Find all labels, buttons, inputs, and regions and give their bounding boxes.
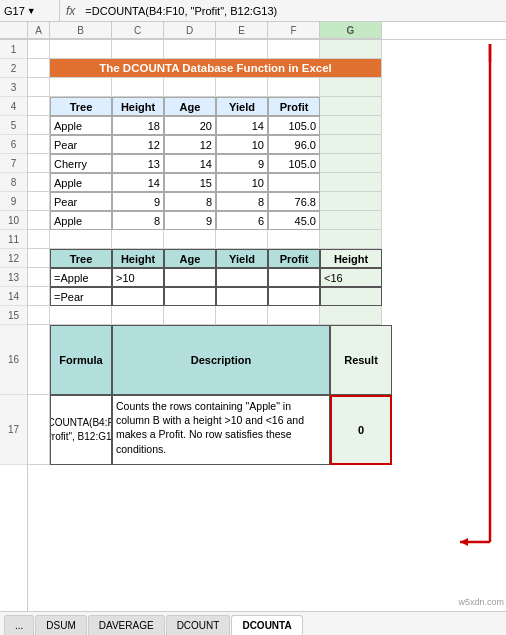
cell-e11[interactable] xyxy=(216,230,268,249)
cell-g17-result[interactable]: 0 xyxy=(330,395,392,465)
cell-cf16-desc-hdr[interactable]: Description xyxy=(112,325,330,395)
cell-a2[interactable] xyxy=(28,59,50,78)
col-header-b[interactable]: B xyxy=(50,22,112,39)
cell-f8[interactable] xyxy=(268,173,320,192)
cell-f10[interactable]: 45.0 xyxy=(268,211,320,230)
cell-a16[interactable] xyxy=(28,325,50,395)
cell-e3[interactable] xyxy=(216,78,268,97)
cell-f11[interactable] xyxy=(268,230,320,249)
cell-d8[interactable]: 15 xyxy=(164,173,216,192)
cell-b10[interactable]: Apple xyxy=(50,211,112,230)
cell-d7[interactable]: 14 xyxy=(164,154,216,173)
col-header-c[interactable]: C xyxy=(112,22,164,39)
formula-input[interactable]: =DCOUNTA(B4:F10, "Profit", B12:G13) xyxy=(81,3,506,19)
cell-reference-box[interactable]: G17 ▼ xyxy=(0,0,60,21)
cell-d12-hdr[interactable]: Age xyxy=(164,249,216,268)
cell-d10[interactable]: 9 xyxy=(164,211,216,230)
cell-d5[interactable]: 20 xyxy=(164,116,216,135)
cell-f4-hdr[interactable]: Profit xyxy=(268,97,320,116)
cell-d13[interactable] xyxy=(164,268,216,287)
cell-b3[interactable] xyxy=(50,78,112,97)
cell-f6[interactable]: 96.0 xyxy=(268,135,320,154)
col-header-e[interactable]: E xyxy=(216,22,268,39)
cell-c15[interactable] xyxy=(112,306,164,325)
tab-dcounta[interactable]: DCOUNTA xyxy=(231,615,302,635)
cell-e12-hdr[interactable]: Yield xyxy=(216,249,268,268)
cell-g16-result-hdr[interactable]: Result xyxy=(330,325,392,395)
cell-c7[interactable]: 13 xyxy=(112,154,164,173)
cell-d3[interactable] xyxy=(164,78,216,97)
cell-c6[interactable]: 12 xyxy=(112,135,164,154)
tab-dcount[interactable]: DCOUNT xyxy=(166,615,231,635)
cell-e10[interactable]: 6 xyxy=(216,211,268,230)
cell-d14[interactable] xyxy=(164,287,216,306)
cell-e9[interactable]: 8 xyxy=(216,192,268,211)
cell-g5[interactable] xyxy=(320,116,382,135)
cell-f5[interactable]: 105.0 xyxy=(268,116,320,135)
cell-a7[interactable] xyxy=(28,154,50,173)
cell-b5[interactable]: Apple xyxy=(50,116,112,135)
cell-g6[interactable] xyxy=(320,135,382,154)
cell-c3[interactable] xyxy=(112,78,164,97)
cell-f12-hdr[interactable]: Profit xyxy=(268,249,320,268)
cell-c5[interactable]: 18 xyxy=(112,116,164,135)
cell-e1[interactable] xyxy=(216,40,268,59)
cell-d11[interactable] xyxy=(164,230,216,249)
cell-g4[interactable] xyxy=(320,97,382,116)
cell-d1[interactable] xyxy=(164,40,216,59)
col-header-d[interactable]: D xyxy=(164,22,216,39)
tab-daverage[interactable]: DAVERAGE xyxy=(88,615,165,635)
cell-g14[interactable] xyxy=(320,287,382,306)
cell-b13[interactable]: =Apple xyxy=(50,268,112,287)
cell-c10[interactable]: 8 xyxy=(112,211,164,230)
col-header-f[interactable]: F xyxy=(268,22,320,39)
cell-a9[interactable] xyxy=(28,192,50,211)
cell-c12-hdr[interactable]: Height xyxy=(112,249,164,268)
cell-a5[interactable] xyxy=(28,116,50,135)
cell-b14[interactable]: =Pear xyxy=(50,287,112,306)
cell-a1[interactable] xyxy=(28,40,50,59)
cell-g3[interactable] xyxy=(320,78,382,97)
cell-e7[interactable]: 9 xyxy=(216,154,268,173)
cell-g13[interactable]: <16 xyxy=(320,268,382,287)
cell-g15[interactable] xyxy=(320,306,382,325)
cell-c8[interactable]: 14 xyxy=(112,173,164,192)
cell-e15[interactable] xyxy=(216,306,268,325)
cell-g12-hdr[interactable]: Height xyxy=(320,249,382,268)
cell-g10[interactable] xyxy=(320,211,382,230)
cell-b9[interactable]: Pear xyxy=(50,192,112,211)
cell-f1[interactable] xyxy=(268,40,320,59)
cell-f14[interactable] xyxy=(268,287,320,306)
cell-a13[interactable] xyxy=(28,268,50,287)
cell-d9[interactable]: 8 xyxy=(164,192,216,211)
cell-g9[interactable] xyxy=(320,192,382,211)
tab-dsum[interactable]: DSUM xyxy=(35,615,86,635)
cell-c11[interactable] xyxy=(112,230,164,249)
cell-a11[interactable] xyxy=(28,230,50,249)
cell-b6[interactable]: Pear xyxy=(50,135,112,154)
cell-d4-hdr[interactable]: Age xyxy=(164,97,216,116)
cell-b17-formula[interactable]: =DCOUNTA(B4:F10, "Profit", B12:G13) xyxy=(50,395,112,465)
cell-b1[interactable] xyxy=(50,40,112,59)
cell-b8[interactable]: Apple xyxy=(50,173,112,192)
cell-f9[interactable]: 76.8 xyxy=(268,192,320,211)
cell-g8[interactable] xyxy=(320,173,382,192)
cell-f13[interactable] xyxy=(268,268,320,287)
cell-a12[interactable] xyxy=(28,249,50,268)
cell-f3[interactable] xyxy=(268,78,320,97)
cell-c14[interactable] xyxy=(112,287,164,306)
cell-c13[interactable]: >10 xyxy=(112,268,164,287)
cell-e8[interactable]: 10 xyxy=(216,173,268,192)
cell-a14[interactable] xyxy=(28,287,50,306)
col-header-g[interactable]: G xyxy=(320,22,382,39)
col-header-a[interactable]: A xyxy=(28,22,50,39)
cell-a17[interactable] xyxy=(28,395,50,465)
cell-a8[interactable] xyxy=(28,173,50,192)
cell-a10[interactable] xyxy=(28,211,50,230)
cell-f7[interactable]: 105.0 xyxy=(268,154,320,173)
cell-d15[interactable] xyxy=(164,306,216,325)
cell-b7[interactable]: Cherry xyxy=(50,154,112,173)
cell-b15[interactable] xyxy=(50,306,112,325)
cell-g1[interactable] xyxy=(320,40,382,59)
cell-c4-hdr[interactable]: Height xyxy=(112,97,164,116)
